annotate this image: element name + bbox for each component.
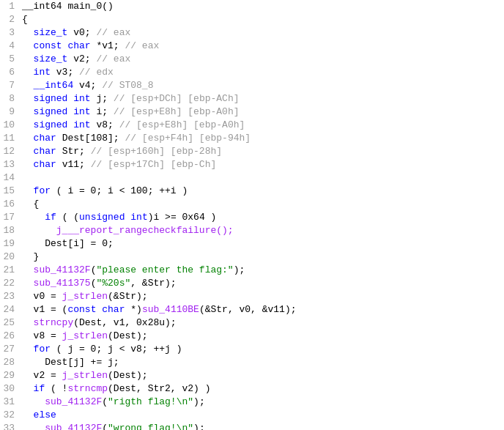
code-row: 24 v1 = (const char *)sub_4110BE(&Str, v… bbox=[0, 303, 504, 316]
line-content: signed int i; // [esp+E8h] [ebp-A0h] bbox=[21, 105, 504, 119]
code-row: 28 Dest[j] += j; bbox=[0, 356, 504, 369]
line-content: signed int j; // [esp+DCh] [ebp-ACh] bbox=[21, 92, 504, 105]
code-row: 11 char Dest[108]; // [esp+F4h] [ebp-94h… bbox=[0, 132, 504, 145]
code-row: 7 __int64 v4; // ST08_8 bbox=[0, 79, 504, 92]
line-content: sub_41132F("wrong flag!\n"); bbox=[21, 422, 504, 430]
code-editor: 1__int64 main_0()2{3 size_t v0; // eax4 … bbox=[0, 0, 504, 430]
line-number: 30 bbox=[0, 382, 21, 396]
line-content: __int64 main_0() bbox=[21, 0, 504, 13]
line-number: 6 bbox=[0, 66, 21, 79]
line-content: char Dest[108]; // [esp+F4h] [ebp-94h] bbox=[21, 132, 504, 145]
code-row: 9 signed int i; // [esp+E8h] [ebp-A0h] bbox=[0, 105, 504, 119]
line-number: 23 bbox=[0, 290, 21, 303]
line-number: 26 bbox=[0, 330, 21, 343]
line-content: int v3; // edx bbox=[21, 66, 504, 79]
line-number: 1 bbox=[0, 0, 21, 13]
line-content: v8 = j_strlen(Dest); bbox=[21, 330, 504, 343]
line-number: 27 bbox=[0, 343, 21, 356]
code-row: 3 size_t v0; // eax bbox=[0, 26, 504, 40]
code-row: 13 char v11; // [esp+17Ch] [ebp-Ch] bbox=[0, 158, 504, 171]
code-row: 29 v2 = j_strlen(Dest); bbox=[0, 369, 504, 382]
line-number: 19 bbox=[0, 237, 21, 251]
code-row: 8 signed int j; // [esp+DCh] [ebp-ACh] bbox=[0, 92, 504, 105]
line-content: sub_411375("%20s", &Str); bbox=[21, 277, 504, 290]
code-row: 12 char Str; // [esp+160h] [ebp-28h] bbox=[0, 145, 504, 158]
line-number: 16 bbox=[0, 198, 21, 211]
code-row: 10 signed int v8; // [esp+E8h] [ebp-A0h] bbox=[0, 119, 504, 132]
code-row: 33 sub_41132F("wrong flag!\n"); bbox=[0, 422, 504, 430]
code-row: 14 bbox=[0, 171, 504, 185]
line-content: v2 = j_strlen(Dest); bbox=[21, 369, 504, 382]
line-content: size_t v0; // eax bbox=[21, 26, 504, 40]
line-content: for ( i = 0; i < 100; ++i ) bbox=[21, 185, 504, 198]
line-number: 33 bbox=[0, 422, 21, 430]
line-content: signed int v8; // [esp+E8h] [ebp-A0h] bbox=[21, 119, 504, 132]
code-row: 17 if ( (unsigned int)i >= 0x64 ) bbox=[0, 211, 504, 224]
line-number: 14 bbox=[0, 171, 21, 185]
line-number: 11 bbox=[0, 132, 21, 145]
code-row: 21 sub_41132F("please enter the flag:"); bbox=[0, 264, 504, 277]
line-content: char v11; // [esp+17Ch] [ebp-Ch] bbox=[21, 158, 504, 171]
line-number: 32 bbox=[0, 409, 21, 422]
line-number: 31 bbox=[0, 396, 21, 409]
line-content: size_t v2; // eax bbox=[21, 53, 504, 66]
line-number: 13 bbox=[0, 158, 21, 171]
line-content: if ( (unsigned int)i >= 0x64 ) bbox=[21, 211, 504, 224]
code-row: 15 for ( i = 0; i < 100; ++i ) bbox=[0, 185, 504, 198]
line-content: else bbox=[21, 409, 504, 422]
line-number: 29 bbox=[0, 369, 21, 382]
line-number: 4 bbox=[0, 40, 21, 53]
line-number: 22 bbox=[0, 277, 21, 290]
line-number: 25 bbox=[0, 316, 21, 330]
line-number: 5 bbox=[0, 53, 21, 66]
line-content: } bbox=[21, 251, 504, 264]
line-content: v1 = (const char *)sub_4110BE(&Str, v0, … bbox=[21, 303, 504, 316]
line-content: __int64 v4; // ST08_8 bbox=[21, 79, 504, 92]
code-row: 20 } bbox=[0, 251, 504, 264]
line-content: sub_41132F("please enter the flag:"); bbox=[21, 264, 504, 277]
line-number: 7 bbox=[0, 79, 21, 92]
code-row: 26 v8 = j_strlen(Dest); bbox=[0, 330, 504, 343]
line-content: v0 = j_strlen(&Str); bbox=[21, 290, 504, 303]
line-number: 9 bbox=[0, 105, 21, 119]
line-content: if ( !strncmp(Dest, Str2, v2) ) bbox=[21, 382, 504, 396]
line-number: 12 bbox=[0, 145, 21, 158]
code-row: 32 else bbox=[0, 409, 504, 422]
line-number: 3 bbox=[0, 26, 21, 40]
code-row: 19 Dest[i] = 0; bbox=[0, 237, 504, 251]
code-row: 6 int v3; // edx bbox=[0, 66, 504, 79]
code-row: 4 const char *v1; // eax bbox=[0, 40, 504, 53]
code-row: 16 { bbox=[0, 198, 504, 211]
line-number: 20 bbox=[0, 251, 21, 264]
code-row: 22 sub_411375("%20s", &Str); bbox=[0, 277, 504, 290]
line-number: 2 bbox=[0, 13, 21, 26]
line-content: strncpy(Dest, v1, 0x28u); bbox=[21, 316, 504, 330]
code-row: 27 for ( j = 0; j < v8; ++j ) bbox=[0, 343, 504, 356]
line-number: 15 bbox=[0, 185, 21, 198]
line-number: 24 bbox=[0, 303, 21, 316]
line-content: { bbox=[21, 198, 504, 211]
line-content: for ( j = 0; j < v8; ++j ) bbox=[21, 343, 504, 356]
code-row: 18 j___report_rangecheckfailure(); bbox=[0, 224, 504, 237]
code-row: 1__int64 main_0() bbox=[0, 0, 504, 13]
line-content: Dest[j] += j; bbox=[21, 356, 504, 369]
code-row: 31 sub_41132F("rigth flag!\n"); bbox=[0, 396, 504, 409]
line-number: 10 bbox=[0, 119, 21, 132]
line-number: 18 bbox=[0, 224, 21, 237]
line-number: 8 bbox=[0, 92, 21, 105]
line-number: 21 bbox=[0, 264, 21, 277]
line-number: 17 bbox=[0, 211, 21, 224]
line-content: { bbox=[21, 13, 504, 26]
line-content: Dest[i] = 0; bbox=[21, 237, 504, 251]
line-content: sub_41132F("rigth flag!\n"); bbox=[21, 396, 504, 409]
code-row: 25 strncpy(Dest, v1, 0x28u); bbox=[0, 316, 504, 330]
line-content: j___report_rangecheckfailure(); bbox=[21, 224, 504, 237]
code-row: 30 if ( !strncmp(Dest, Str2, v2) ) bbox=[0, 382, 504, 396]
line-content: const char *v1; // eax bbox=[21, 40, 504, 53]
code-row: 2{ bbox=[0, 13, 504, 26]
code-row: 5 size_t v2; // eax bbox=[0, 53, 504, 66]
line-content: char Str; // [esp+160h] [ebp-28h] bbox=[21, 145, 504, 158]
code-row: 23 v0 = j_strlen(&Str); bbox=[0, 290, 504, 303]
line-number: 28 bbox=[0, 356, 21, 369]
